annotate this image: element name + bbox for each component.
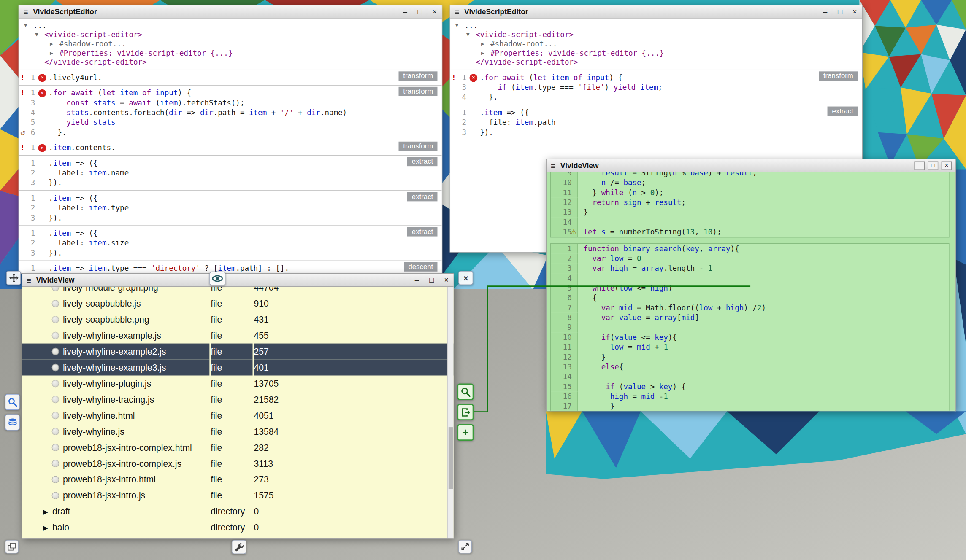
wrench-halo-button[interactable] [232,540,246,554]
menu-icon[interactable]: ≡ [551,162,555,170]
undo-icon[interactable]: ↺ [19,127,27,137]
menu-icon[interactable]: ≡ [455,8,459,16]
copy-halo-button[interactable] [5,540,19,553]
file-row[interactable]: proweb18-jsx-intro.htmlfile273 [22,471,454,487]
tree-collapsed-icon[interactable]: ▶ [50,39,59,48]
code-list-item[interactable]: 9 result = String(n % base) + result;10 … [550,172,950,238]
titlebar[interactable]: ≡ VivideView – □ × [547,159,955,172]
directory-row[interactable]: ▶halodirectory0 [22,520,454,536]
scrollbar-thumb[interactable] [449,427,453,489]
code-token: dir [307,108,320,117]
close-button[interactable]: × [431,8,438,16]
error-icon: × [38,89,46,97]
dom-tree-row[interactable]: </vivide-script-editor> [450,58,862,67]
eye-halo-button[interactable] [209,272,225,286]
menu-icon[interactable]: ≡ [23,8,28,16]
titlebar[interactable]: ≡ VivideScriptEditor – □ × [450,5,862,19]
file-row[interactable]: lively-whyline-tracing.jsfile21582 [22,391,454,407]
tree-collapsed-icon[interactable]: ▶ [481,39,490,48]
maximize-button[interactable]: □ [417,8,423,16]
minimize-button[interactable]: – [414,276,420,284]
script-step[interactable]: extract1.item => ({2 label: item.size3})… [19,225,441,260]
minimize-button[interactable]: – [914,161,925,170]
search-halo-button[interactable] [5,394,20,410]
scrollbar[interactable] [447,287,454,538]
file-row[interactable]: proweb18-jsx-intro-complex.jsfile3113 [22,455,454,471]
close-button[interactable]: × [851,8,858,16]
script-step[interactable]: transform!1×.for await (let item of inpu… [450,70,862,105]
code-text: { [578,293,949,303]
maximize-button[interactable]: □ [928,161,938,170]
dom-tree-row[interactable]: ▶#Properties: vivide-script-editor {...} [19,48,441,58]
file-row[interactable]: proweb18-jsx-intro.jsfile1575 [22,487,454,503]
maximize-button[interactable]: □ [428,276,435,284]
add-view-button[interactable]: + [457,424,474,441]
move-halo-button[interactable] [6,271,21,285]
code-line: 14 [551,372,949,382]
titlebar[interactable]: ≡ VivideScriptEditor – □ × [19,5,441,19]
dom-tree-row[interactable]: ▶#shadow-root... [450,39,862,48]
code-token: = [628,264,641,272]
tree-collapsed-icon[interactable]: ▶ [481,48,490,58]
dom-tree-row[interactable]: ▶#shadow-root... [19,39,441,48]
file-row[interactable]: lively-whyline-plugin.jsfile13705 [22,375,454,391]
menu-icon[interactable]: ≡ [27,276,31,284]
directory-row[interactable]: ▶draftdirectory0 [22,503,454,520]
file-row[interactable]: index.htmlfile221 [22,536,454,538]
dom-inspector-tree: ▼...▼<vivide-script-editor>▶#shadow-root… [450,19,862,70]
dom-tree-row[interactable]: </vivide-script-editor> [19,58,441,67]
file-row[interactable]: lively-whyline-example.jsfile455 [22,328,454,344]
resize-halo-button[interactable] [458,540,472,553]
code-text: while(low <= high) [578,283,949,293]
code-token: } [583,188,601,197]
maximize-button[interactable]: □ [836,8,843,16]
file-row[interactable]: lively-whyline-example3.jsfile401 [22,360,454,376]
tree-expanded-icon[interactable]: ▼ [35,30,44,40]
code-list-item[interactable]: 1function binary_search(key, array){2 va… [550,243,950,411]
script-step[interactable]: extract1.item => ({2 file: item.path3}). [450,105,862,140]
tree-expanded-icon[interactable]: ▼ [24,21,33,30]
script-step[interactable]: transform!1×.for await (let item of inpu… [19,85,441,140]
dom-tree-row[interactable]: ▼... [450,21,862,30]
file-row[interactable]: lively-whyline-example2.jsfile257 [22,344,454,360]
script-step[interactable]: transform!1×.lively4url. [19,70,441,85]
code-token [597,228,601,236]
file-row[interactable]: lively-whyline.htmlfile4051 [22,407,454,423]
code-line: 14 [551,217,949,227]
file-name: lively-soapbubble.png [63,315,149,324]
tree-expanded-icon[interactable]: ▼ [466,30,476,40]
export-view-button[interactable] [457,404,474,420]
close-button[interactable]: × [942,161,952,170]
file-name: draft [52,506,70,516]
script-step[interactable]: extract1.item => ({2 label: item.name3})… [19,155,441,190]
file-row[interactable]: lively-soapbubble.pngfile431 [22,312,454,328]
script-step[interactable]: descent1.item => item.type === 'director… [19,261,441,274]
code-token [583,178,601,187]
dom-tree-row[interactable]: ▶#Properties: vivide-script-editor {...} [450,48,862,58]
file-row[interactable]: lively-soapbubble.jsfile910 [22,296,454,312]
dom-tree-row[interactable]: ▼<vivide-script-editor> [450,30,862,40]
dom-tree-row[interactable]: ▼... [19,21,441,30]
tree-expanded-icon[interactable]: ▼ [455,21,465,30]
script-step[interactable]: extract1.item => ({2 label: item.type3})… [19,190,441,225]
data-source-halo-button[interactable] [5,414,20,430]
code-token: key [659,382,673,391]
titlebar[interactable]: ≡ VivideView – □ × [22,274,454,287]
file-row[interactable]: proweb18-jsx-intro-complex.htmlfile282 [22,439,454,455]
file-row[interactable]: lively-module-graph.pngfile44704 [22,287,454,295]
file-row[interactable]: lively-whyline.jsfile13584 [22,423,454,439]
tree-collapsed-icon[interactable]: ▶ [50,48,59,58]
close-button[interactable]: × [443,276,450,284]
minimize-button[interactable]: – [402,8,409,16]
script-step[interactable]: transform!1×.item.contents. [19,140,441,155]
close-halo-button[interactable]: × [458,271,473,285]
dom-tree-row[interactable]: ▼<vivide-script-editor> [19,30,441,40]
directory-expand-icon[interactable]: ▶ [43,520,48,536]
database-stack-icon [8,417,17,427]
directory-expand-icon[interactable]: ▶ [43,503,48,520]
minimize-button[interactable]: – [822,8,828,16]
file-name-cell: proweb18-jsx-intro-complex.js [22,455,210,471]
code-token: let [583,228,597,236]
search-view-button[interactable] [457,383,474,400]
file-type-cell: file [211,391,252,407]
